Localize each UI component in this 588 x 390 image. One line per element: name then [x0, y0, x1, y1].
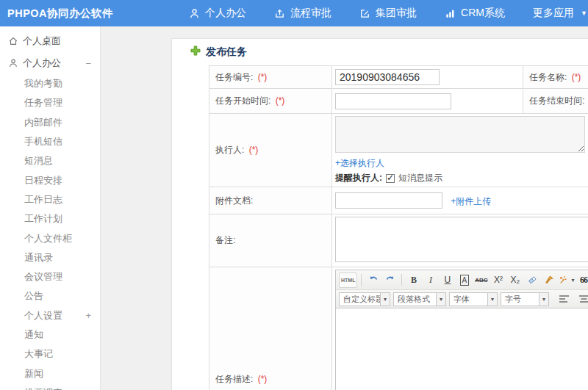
custom-title-select[interactable]: 自定义标题 ▾ [339, 292, 390, 306]
table-row: 任务描述: (*) HTML [209, 267, 588, 390]
table-row: 任务编号: (*) 任务名称: (*) [209, 66, 588, 89]
nav-item-group-approval[interactable]: 集团审批 [345, 0, 431, 26]
expand-icon[interactable]: + [85, 310, 91, 321]
select-executor-link[interactable]: +选择执行人 [335, 158, 384, 168]
task-form-table: 任务编号: (*) 任务名称: (*) 任务开始时间: (*) [209, 65, 588, 390]
nav-item-more-apps[interactable]: 更多应用 ▼ [519, 0, 588, 26]
sidebar-item-contacts[interactable]: 通讯录 [0, 248, 100, 267]
nav-item-process-approval[interactable]: 流程审批 [260, 0, 345, 26]
sidebar-item-meeting[interactable]: 会议管理 [0, 267, 100, 286]
executor-textarea[interactable] [335, 116, 585, 153]
paragraph-format-select[interactable]: 段落格式 ▾ [393, 292, 446, 306]
editor-toolbar-row1: HTML B I U [336, 270, 588, 290]
superscript-button[interactable]: X² [490, 272, 506, 288]
sidebar-item-personal-settings[interactable]: 个人设置 + [0, 306, 100, 325]
html-source-button[interactable]: HTML [339, 272, 357, 288]
task-no-label-cell: 任务编号: (*) [209, 66, 332, 89]
align-center-icon[interactable] [576, 292, 588, 307]
user-icon [8, 58, 18, 68]
task-name-label-cell: 任务名称: (*) [523, 66, 588, 89]
edit-icon [359, 8, 370, 19]
page-title: 发布任务 [206, 46, 247, 59]
sidebar-item-file-cabinet[interactable]: 个人文件柜 [0, 228, 100, 248]
font-family-select[interactable]: 字体 ▾ [449, 292, 498, 306]
sms-remind-checkbox[interactable] [386, 174, 395, 183]
italic-button[interactable]: I [423, 272, 438, 288]
remark-label-cell: 备注: [209, 214, 332, 267]
start-time-input[interactable] [335, 93, 451, 109]
task-no-input[interactable] [335, 69, 440, 85]
table-row: 备注: [209, 214, 588, 267]
sidebar-item-vote[interactable]: 投票调查 [0, 383, 100, 390]
sidebar-item-task-management[interactable]: 任务管理 [0, 93, 100, 112]
end-time-label-cell: 任务结束时间: (*) [523, 89, 588, 114]
editor-toolbar-row2: 自定义标题 ▾ 段落格式 ▾ 字体 ▾ [336, 290, 588, 308]
app-logo: PHPOA协同办公软件 [7, 7, 113, 21]
sidebar-item-memorabilia[interactable]: 大事记 [0, 344, 100, 364]
remove-format-button[interactable] [524, 272, 539, 288]
editor-content-area[interactable] [336, 308, 588, 390]
redo-button[interactable] [382, 272, 398, 288]
start-time-label-cell: 任务开始时间: (*) [209, 89, 332, 114]
publish-task-panel: 发布任务 任务编号: (*) 任务名称: (*) [171, 38, 588, 390]
nav-item-crm[interactable]: CRM系统 [431, 0, 519, 26]
sidebar-item-personal-office[interactable]: 个人办公 − [0, 52, 100, 74]
chevron-down-icon: ▾ [380, 293, 390, 306]
remark-textarea[interactable] [335, 217, 588, 262]
sidebar-item-attendance[interactable]: 我的考勤 [0, 74, 100, 93]
app-window: PHPOA协同办公软件 个人办公 流程审批 集团审批 [0, 0, 588, 390]
executor-label-cell: 执行人: (*) [209, 114, 332, 187]
undo-button[interactable] [365, 272, 381, 288]
align-left-icon[interactable] [556, 292, 572, 307]
chevron-down-icon: ▾ [436, 293, 445, 306]
top-navbar: PHPOA协同办公软件 个人办公 流程审批 集团审批 [0, 0, 588, 26]
table-row: 附件文档: +附件上传 [209, 187, 588, 214]
sidebar-item-news[interactable]: 新闻 [0, 364, 100, 383]
home-icon [8, 36, 18, 46]
panel-header: 发布任务 [190, 45, 588, 59]
sidebar-item-notice[interactable]: 通知 [0, 325, 100, 344]
blockquote-button[interactable]: 66 [576, 272, 588, 288]
attachment-upload-link[interactable]: +附件上传 [451, 196, 491, 206]
remind-label: 提醒执行人: [335, 172, 382, 184]
sidebar-item-schedule[interactable]: 日程安排 [0, 170, 100, 189]
nav-label: CRM系统 [461, 7, 505, 20]
font-style-button[interactable]: A [456, 272, 472, 288]
sidebar-item-internal-mail[interactable]: 内部邮件 [0, 113, 100, 132]
sidebar-item-sms[interactable]: 手机短信 [0, 132, 100, 151]
chart-icon [445, 8, 456, 19]
user-icon [189, 8, 200, 19]
attachment-input[interactable] [335, 192, 442, 209]
strikethrough-button[interactable]: ABC [473, 272, 489, 288]
format-brush-button[interactable] [541, 272, 556, 288]
sidebar-item-desktop[interactable]: 个人桌面 [0, 30, 100, 52]
checkbox-label: 短消息提示 [398, 172, 442, 184]
font-size-select[interactable]: 字号 ▾ [501, 292, 549, 306]
sidebar: 个人桌面 个人办公 − 我的考勤 任务管理 内部邮件 手机短信 短消息 日程安排… [0, 26, 101, 390]
subscript-button[interactable]: X₂ [507, 272, 523, 288]
required-mark: (*) [572, 72, 581, 82]
quick-format-button[interactable]: ▾ [558, 272, 574, 288]
required-mark: (*) [276, 95, 285, 106]
rich-text-editor: HTML B I U [335, 270, 588, 390]
add-icon [190, 46, 201, 59]
main-content: 发布任务 任务编号: (*) 任务名称: (*) [101, 26, 588, 390]
sidebar-item-short-message[interactable]: 短消息 [0, 151, 100, 170]
required-mark: (*) [258, 374, 268, 384]
sidebar-item-label: 个人桌面 [23, 35, 61, 48]
required-mark: (*) [249, 145, 259, 155]
table-row: 任务开始时间: (*) 任务结束时间: (*) [209, 89, 588, 114]
nav-label: 更多应用 [533, 7, 574, 20]
sidebar-item-work-plan[interactable]: 工作计划 [0, 209, 100, 228]
nav-item-personal-office[interactable]: 个人办公 [175, 0, 260, 26]
collapse-icon[interactable]: − [85, 58, 91, 69]
sidebar-item-work-log[interactable]: 工作日志 [0, 190, 100, 209]
sidebar-item-announcement[interactable]: 公告 [0, 286, 100, 306]
chevron-down-icon: ▾ [487, 293, 497, 306]
required-mark: (*) [258, 72, 268, 82]
bold-button[interactable]: B [406, 272, 421, 288]
sidebar-item-label: 个人办公 [23, 57, 61, 70]
chevron-down-icon: ▾ [539, 293, 548, 306]
underline-button[interactable]: U [440, 272, 455, 288]
chevron-down-icon: ▼ [581, 10, 587, 17]
